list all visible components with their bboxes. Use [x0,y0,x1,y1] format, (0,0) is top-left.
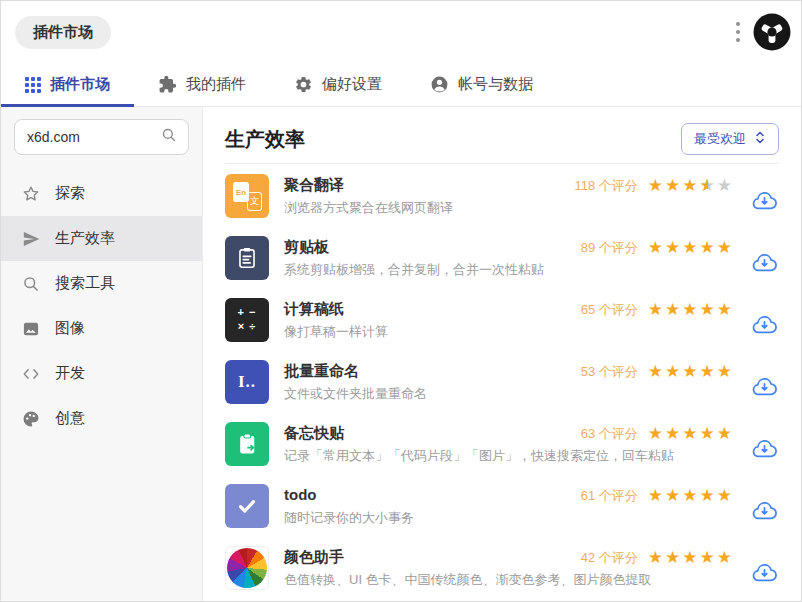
tab-my-plugins[interactable]: 我的插件 [134,63,270,106]
star-rating: ★★★★★ [648,425,734,443]
app-name: 批量重命名 [284,361,581,381]
list-item[interactable]: 颜色助手 色值转换、UI 色卡、中国传统颜色、渐变色参考、图片颜色提取 42 个… [225,536,779,598]
app-name: 备忘快贴 [284,423,581,443]
app-desc: 系统剪贴板增强，合并复制，合并一次性粘贴 [284,261,581,279]
list-item[interactable]: I.. 批量重命名 文件或文件夹批量重命名 53 个评分 ★★★★★ [225,350,779,412]
sidebar-item-productivity[interactable]: 生产效率 [1,216,202,261]
sidebar-item-images[interactable]: 图像 [1,306,202,351]
kebab-menu-icon[interactable] [732,18,744,46]
app-desc: 像打草稿一样计算 [284,323,581,341]
sort-label: 最受欢迎 [694,130,746,148]
sidebar-item-development[interactable]: 开发 [1,351,202,396]
app-name: 剪贴板 [284,237,581,257]
utools-logo-icon[interactable] [753,13,791,51]
memo-clipboard-app-icon [225,422,269,466]
app-name: todo [284,485,581,505]
app-window: 插件市场 插件市场 [0,0,802,602]
calc-symbols-line1: + − [238,306,257,320]
search-icon[interactable] [160,126,178,148]
cloud-download-icon[interactable] [752,562,777,587]
main-content: 生产效率 最受欢迎 En 文 聚合翻译 [203,107,801,602]
code-icon [21,364,41,384]
rating-count: 53 个评分 [581,363,638,381]
rating-count: 42 个评分 [581,549,638,567]
rating-count: 63 个评分 [581,425,638,443]
app-desc: 随时记录你的大小事务 [284,509,581,527]
sidebar: 探索 生产效率 搜索工具 图像 开发 [1,107,203,602]
cloud-download-icon[interactable] [752,190,777,215]
cloud-download-icon[interactable] [752,252,777,277]
calculator-app-icon: + − × ÷ [225,298,269,342]
rating-count: 61 个评分 [581,487,638,505]
image-icon [21,319,41,339]
calc-symbols-line2: × ÷ [238,320,257,334]
sidebar-item-creative[interactable]: 创意 [1,396,202,441]
grid-icon [25,77,41,93]
tab-plugin-market[interactable]: 插件市场 [1,63,134,106]
translate-cn-chip: 文 [247,192,262,211]
translate-app-icon: En 文 [225,174,269,218]
sidebar-item-label: 探索 [55,184,85,203]
person-icon [430,75,449,94]
list-item[interactable]: + − × ÷ 计算稿纸 像打草稿一样计算 65 个评分 ★★★★★ [225,288,779,350]
color-wheel-app-icon [225,546,269,590]
sidebar-item-label: 开发 [55,364,85,383]
page-title: 生产效率 [225,126,305,153]
app-name: 颜色助手 [284,547,581,567]
cloud-download-icon[interactable] [752,376,777,401]
list-item[interactable]: todo 随时记录你的大小事务 61 个评分 ★★★★★ [225,474,779,536]
tab-preferences[interactable]: 偏好设置 [270,63,406,106]
search-box[interactable] [14,119,189,155]
gear-icon [294,75,313,94]
chevron-updown-icon [754,130,766,148]
sidebar-item-explore[interactable]: 探索 [1,171,202,216]
cloud-download-icon[interactable] [752,500,777,525]
rating-count: 89 个评分 [581,239,638,257]
app-desc: 文件或文件夹批量重命名 [284,385,581,403]
sidebar-item-label: 图像 [55,319,85,338]
app-name: 聚合翻译 [284,175,574,195]
app-list: En 文 聚合翻译 浏览器方式聚合在线网页翻译 118 个评分 ★★★★★★ [225,164,779,598]
window-title-pill[interactable]: 插件市场 [15,16,111,49]
tab-bar: 插件市场 我的插件 偏好设置 帐号与数据 [1,63,801,107]
list-item[interactable]: 备忘快贴 记录「常用文本」「代码片段」「图片」，快速搜索定位，回车粘贴 63 个… [225,412,779,474]
app-desc: 记录「常用文本」「代码片段」「图片」，快速搜索定位，回车粘贴 [284,447,581,465]
star-rating: ★★★★★★ [648,177,734,195]
sidebar-item-search-tools[interactable]: 搜索工具 [1,261,202,306]
palette-icon [21,409,41,429]
window-title-label: 插件市场 [33,23,93,40]
sidebar-item-label: 生产效率 [55,229,115,248]
sidebar-item-label: 搜索工具 [55,274,115,293]
search-icon [21,274,41,294]
titlebar-right [732,13,791,51]
tab-label: 我的插件 [186,75,246,94]
color-wheel-graphic [227,548,267,588]
tab-label: 偏好设置 [322,75,382,94]
star-icon [21,184,41,204]
rename-app-icon: I.. [225,360,269,404]
rating-count: 65 个评分 [581,301,638,319]
puzzle-icon [158,75,177,94]
todo-check-app-icon [225,484,269,528]
tab-account-data[interactable]: 帐号与数据 [406,63,557,106]
sort-dropdown[interactable]: 最受欢迎 [681,123,779,155]
cloud-download-icon[interactable] [752,314,777,339]
star-rating: ★★★★★ [648,363,734,381]
app-desc: 色值转换、UI 色卡、中国传统颜色、渐变色参考、图片颜色提取 [284,571,581,589]
cloud-download-icon[interactable] [752,438,777,463]
rename-cursor-glyph: I.. [238,372,256,392]
tab-label: 帐号与数据 [458,75,533,94]
rating-count: 118 个评分 [574,177,637,195]
clipboard-app-icon [225,236,269,280]
star-rating: ★★★★★ [648,301,734,319]
list-item[interactable]: En 文 聚合翻译 浏览器方式聚合在线网页翻译 118 个评分 ★★★★★★ [225,164,779,226]
sidebar-nav: 探索 生产效率 搜索工具 图像 开发 [1,171,202,441]
tab-label: 插件市场 [50,75,110,94]
app-name: 计算稿纸 [284,299,581,319]
list-item[interactable]: 剪贴板 系统剪贴板增强，合并复制，合并一次性粘贴 89 个评分 ★★★★★ [225,226,779,288]
search-input[interactable] [27,129,160,145]
app-desc: 浏览器方式聚合在线网页翻译 [284,199,574,217]
star-rating: ★★★★★ [648,239,734,257]
sidebar-item-label: 创意 [55,409,85,428]
titlebar: 插件市场 [1,1,801,63]
